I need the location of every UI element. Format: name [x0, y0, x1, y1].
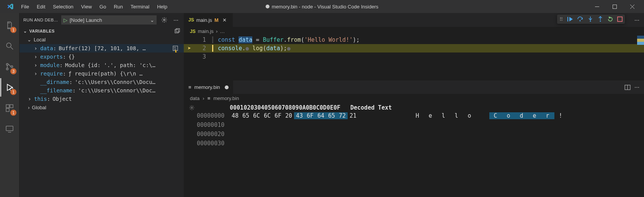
tab-memory-bin[interactable]: ≡ memory.bin: [184, 80, 233, 94]
activity-extensions[interactable]: 1: [0, 99, 19, 117]
variables-section-header[interactable]: ⌄ VARIABLES: [20, 27, 184, 35]
activity-remote[interactable]: [0, 120, 19, 138]
hex-row[interactable]: 0000000048656C6C6F20436F64657221Hello Co…: [187, 111, 641, 120]
hex-col-header: 06: [271, 104, 278, 111]
badge: 1: [10, 27, 16, 33]
gear-icon[interactable]: [187, 105, 197, 110]
grip-icon[interactable]: ⠿: [559, 16, 563, 22]
more-icon[interactable]: ⋯: [634, 84, 639, 90]
variable-require[interactable]: ›require:ƒ require(path) {\r\n …: [20, 69, 184, 78]
hex-col-header: 09: [292, 104, 299, 111]
decoded-char[interactable]: r: [541, 112, 554, 119]
svg-point-13: [163, 19, 165, 21]
step-over-button[interactable]: [577, 16, 584, 22]
hex-col-header: 05: [264, 104, 271, 111]
hex-editor[interactable]: 000102030405060708090A0B0C0D0E0F Decoded…: [184, 103, 644, 149]
activity-run-debug[interactable]: 1: [0, 78, 19, 97]
hex-byte[interactable]: 6C: [262, 112, 273, 119]
hex-row[interactable]: 00000020: [187, 130, 641, 139]
hex-row[interactable]: 00000010: [187, 120, 641, 130]
cursor-hand-icon: 👆: [172, 49, 181, 53]
variable-module[interactable]: ›module:Module {id: '.', path: 'c:\…: [20, 61, 184, 69]
breadcrumb-hex[interactable]: data › ≡ memory.bin: [184, 94, 644, 103]
hex-byte[interactable]: 65: [240, 112, 251, 119]
activity-scm[interactable]: 3: [0, 57, 19, 76]
hex-byte[interactable]: 64: [315, 112, 326, 119]
launch-config-selector[interactable]: ▷ [Node] Launch ⌄: [61, 15, 157, 25]
decoded-char[interactable]: l: [437, 112, 450, 119]
activity-explorer[interactable]: 1: [0, 16, 19, 34]
chevron-right-icon: ›: [34, 45, 38, 51]
code-editor[interactable]: ➤ 1const data = Buffer.from('Hello World…: [184, 36, 644, 80]
tab-overflow-icon[interactable]: ⋯: [630, 17, 644, 23]
minimap[interactable]: [637, 36, 644, 45]
decoded-char[interactable]: !: [554, 112, 567, 119]
hex-col-header: 00: [230, 104, 237, 111]
menu-item-help[interactable]: Help: [154, 2, 171, 11]
close-button[interactable]: [623, 0, 641, 13]
step-out-button[interactable]: [597, 16, 603, 22]
hex-byte[interactable]: 6C: [251, 112, 262, 119]
menu-item-go[interactable]: Go: [96, 2, 110, 11]
hex-byte[interactable]: 6F: [273, 112, 283, 119]
step-into-button[interactable]: [587, 16, 593, 22]
chevron-right-icon: ›: [34, 54, 38, 60]
variable-__dirname[interactable]: __dirname:'c:\\Users\\Connor\\Docu…: [20, 78, 184, 86]
split-editor-icon[interactable]: [624, 84, 631, 90]
svg-point-6: [11, 66, 13, 68]
hex-byte[interactable]: 43: [294, 112, 305, 119]
hex-byte[interactable]: 72: [337, 112, 348, 119]
js-file-icon: JS: [190, 29, 196, 34]
stop-button[interactable]: [617, 16, 623, 22]
play-icon: ▷: [64, 17, 67, 23]
svg-rect-8: [6, 105, 9, 108]
decoded-char[interactable]: C: [489, 112, 502, 119]
scope-local[interactable]: ⌄ Local: [20, 35, 184, 44]
hex-byte[interactable]: 21: [348, 112, 358, 119]
breadcrumb-top[interactable]: JS main.js › …: [184, 27, 644, 36]
svg-point-20: [579, 20, 580, 21]
more-icon[interactable]: ⋯: [172, 17, 180, 23]
svg-rect-14: [175, 30, 178, 33]
tab-bar: JS main.js M ✕ ⠿ ⋯: [184, 13, 644, 27]
decoded-char[interactable]: e: [424, 112, 437, 119]
close-tab-icon[interactable]: ✕: [221, 17, 228, 23]
title-text: memory.bin - node - Visual Studio Code I…: [272, 4, 378, 10]
menu-item-edit[interactable]: Edit: [33, 2, 49, 11]
decoded-char[interactable]: H: [411, 112, 424, 119]
menu-item-terminal[interactable]: Terminal: [127, 2, 153, 11]
minimize-button[interactable]: [588, 0, 606, 13]
activity-search[interactable]: [0, 37, 19, 55]
chevron-right-icon: ›: [216, 28, 217, 34]
variable-data[interactable]: ›data:Buffer(12) [72, 101, 108, …0110👆: [20, 44, 184, 53]
gear-icon[interactable]: [160, 17, 169, 23]
decoded-char[interactable]: o: [463, 112, 476, 119]
menu-item-view[interactable]: View: [78, 2, 95, 11]
hex-byte[interactable]: 20: [283, 112, 294, 119]
hex-row[interactable]: 00000030: [187, 139, 641, 148]
menu-item-selection[interactable]: Selection: [49, 2, 77, 11]
restart-button[interactable]: [607, 16, 613, 22]
menu-item-file[interactable]: File: [18, 2, 33, 11]
hex-col-header: 01: [237, 104, 244, 111]
decoded-char[interactable]: o: [502, 112, 515, 119]
maximize-button[interactable]: [606, 0, 623, 13]
hex-byte[interactable]: 65: [326, 112, 337, 119]
continue-button[interactable]: [567, 16, 573, 22]
collapse-all-icon[interactable]: [175, 28, 180, 34]
svg-point-5: [7, 68, 8, 70]
hex-byte[interactable]: 48: [230, 112, 240, 119]
variable-this[interactable]: › this: Object: [20, 95, 184, 103]
tab-main-js[interactable]: JS main.js M ✕: [184, 13, 233, 27]
variable-exports[interactable]: ›exports:{}: [20, 53, 184, 61]
chevron-down-icon: ⌄: [150, 17, 154, 23]
badge: 1: [10, 110, 16, 116]
decoded-char[interactable]: l: [450, 112, 463, 119]
menu-item-run[interactable]: Run: [110, 2, 126, 11]
variable-__filename[interactable]: __filename:'c:\\Users\\Connor\\Doc…: [20, 86, 184, 95]
decoded-char[interactable]: d: [515, 112, 528, 119]
scope-global[interactable]: › Global: [20, 103, 184, 112]
vscode-logo-icon: [7, 3, 14, 10]
hex-byte[interactable]: 6F: [305, 112, 315, 119]
decoded-char[interactable]: e: [528, 112, 541, 119]
